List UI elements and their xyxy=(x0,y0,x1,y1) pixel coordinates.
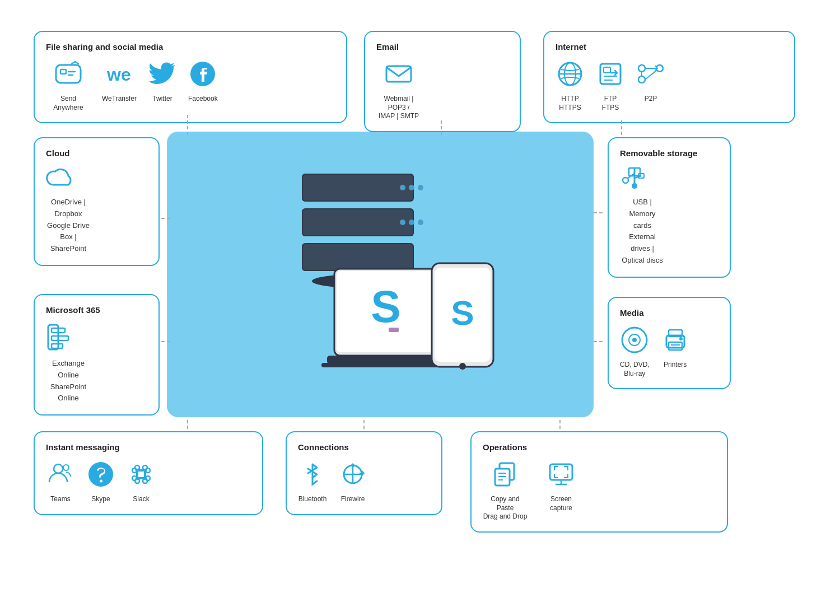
copy-paste-icon xyxy=(491,460,520,491)
p2p-item: P2P xyxy=(636,59,665,104)
svg-point-76 xyxy=(146,476,150,480)
p2p-icon xyxy=(636,59,665,90)
screen-capture-icon xyxy=(547,460,576,491)
twitter-icon xyxy=(148,59,177,90)
connections-icons: Bluetooth Firewire xyxy=(298,460,430,504)
card-cloud: Cloud OneDrive | DropboxGoogle DriveBox … xyxy=(34,137,160,266)
card-connections: Connections Bluetooth xyxy=(286,431,442,515)
cloud-icon xyxy=(46,166,75,192)
teams-icon xyxy=(46,460,75,491)
svg-point-73 xyxy=(143,465,147,470)
email-icon xyxy=(384,59,413,90)
disc-icon xyxy=(620,325,649,356)
svg-point-3 xyxy=(409,185,414,190)
svg-point-4 xyxy=(418,185,423,190)
send-anywhere-label: Send Anywhere xyxy=(46,95,91,112)
svg-rect-34 xyxy=(600,64,620,84)
printer-item: Printers xyxy=(661,325,690,370)
removable-item: USB | Memory cardsExternal drives |Optic… xyxy=(620,166,665,267)
removable-text: USB | Memory cardsExternal drives |Optic… xyxy=(620,197,665,267)
send-anywhere-item: Send Anywhere xyxy=(46,59,91,112)
card-internet: Internet HTTPHTTPS xyxy=(543,31,795,123)
printer-icon xyxy=(661,325,690,356)
svg-point-2 xyxy=(400,185,405,190)
slack-label: Slack xyxy=(133,495,149,504)
operations-title: Operations xyxy=(483,442,716,452)
svg-rect-58 xyxy=(669,342,682,350)
file-sharing-title: File sharing and social media xyxy=(46,42,335,52)
svg-text:S: S xyxy=(451,293,474,332)
svg-rect-11 xyxy=(303,244,413,270)
skype-label: Skype xyxy=(91,495,110,504)
card-media: Media CD, DVD,Blu-ray xyxy=(608,297,731,389)
svg-line-40 xyxy=(645,71,656,80)
card-instant-messaging: Instant messaging Teams xyxy=(34,431,263,515)
svg-point-70 xyxy=(132,468,137,473)
p2p-label: P2P xyxy=(645,95,657,104)
slack-item: Slack xyxy=(127,460,156,504)
screen-capture-label: Screen capture xyxy=(539,495,584,512)
wetransfer-label: WeTransfer xyxy=(102,95,137,104)
removable-title: Removable storage xyxy=(620,148,718,158)
http-label: HTTPHTTPS xyxy=(559,95,581,112)
twitter-label: Twitter xyxy=(152,95,172,104)
svg-text:S: S xyxy=(371,282,400,332)
microsoft365-item: Exchange OnlineSharePoint Online xyxy=(46,323,91,404)
svg-rect-35 xyxy=(604,67,610,73)
file-sharing-icons: Send Anywhere we WeTransfer Twitter xyxy=(46,59,335,112)
svg-point-7 xyxy=(400,220,405,225)
operations-icons: Copy and PasteDrag and Drop xyxy=(483,460,716,521)
svg-point-61 xyxy=(679,337,683,340)
svg-point-52 xyxy=(632,183,637,189)
svg-rect-6 xyxy=(303,209,413,235)
bluetooth-label: Bluetooth xyxy=(298,495,327,504)
microsoft365-text: Exchange OnlineSharePoint Online xyxy=(46,358,91,404)
disc-label: CD, DVD,Blu-ray xyxy=(620,361,650,378)
svg-point-8 xyxy=(409,220,414,225)
email-title: Email xyxy=(376,42,508,52)
teams-item: Teams xyxy=(46,460,75,504)
svg-point-9 xyxy=(418,220,423,225)
ftp-item: FTPFTPS xyxy=(596,59,625,112)
screen-capture-item: Screen capture xyxy=(539,460,584,512)
email-label: Webmail | POP3 /IMAP | SMTP xyxy=(376,95,421,121)
center-panel: S S xyxy=(167,132,594,417)
card-removable: Removable storage USB | Memory cardsExte… xyxy=(608,137,731,278)
media-title: Media xyxy=(620,308,718,318)
disc-item: CD, DVD,Blu-ray xyxy=(620,325,650,378)
svg-rect-24 xyxy=(56,65,81,83)
bluetooth-item: Bluetooth xyxy=(298,460,327,504)
svg-rect-1 xyxy=(303,175,413,200)
skype-item: Skype xyxy=(86,460,115,504)
instant-messaging-icons: Teams Skype xyxy=(46,460,251,504)
slack-icon xyxy=(127,460,156,491)
card-operations: Operations Copy and PasteDrag and Drop xyxy=(470,431,728,533)
wetransfer-item: we WeTransfer xyxy=(102,59,137,104)
email-item: Webmail | POP3 /IMAP | SMTP xyxy=(376,59,421,121)
ftp-label: FTPFTPS xyxy=(602,95,619,112)
firewire-icon xyxy=(338,460,367,491)
cloud-title: Cloud xyxy=(46,148,147,158)
firewire-label: Firewire xyxy=(341,495,365,504)
printer-label: Printers xyxy=(664,361,687,370)
send-anywhere-icon xyxy=(54,59,83,90)
facebook-label: Facebook xyxy=(188,95,218,104)
internet-icons: HTTPHTTPS FTPFTPS xyxy=(556,59,783,112)
diagram: S S File sharing and social media xyxy=(28,22,812,594)
svg-point-23 xyxy=(459,363,466,370)
cloud-text: OneDrive | DropboxGoogle DriveBox | Shar… xyxy=(46,197,91,255)
media-icons: CD, DVD,Blu-ray Printers xyxy=(620,325,718,378)
copy-paste-label: Copy and PasteDrag and Drop xyxy=(483,495,528,521)
skype-icon xyxy=(86,460,115,491)
copy-paste-item: Copy and PasteDrag and Drop xyxy=(483,460,528,521)
twitter-item: Twitter xyxy=(148,59,177,104)
internet-title: Internet xyxy=(556,42,783,52)
svg-point-49 xyxy=(623,178,628,183)
wetransfer-icon: we xyxy=(105,59,134,90)
svg-rect-44 xyxy=(52,336,68,340)
svg-point-62 xyxy=(54,464,63,473)
center-illustration: S S xyxy=(235,157,526,392)
card-email: Email Webmail | POP3 /IMAP | SMTP xyxy=(364,31,521,132)
svg-rect-30 xyxy=(386,66,411,82)
facebook-icon xyxy=(188,59,217,90)
